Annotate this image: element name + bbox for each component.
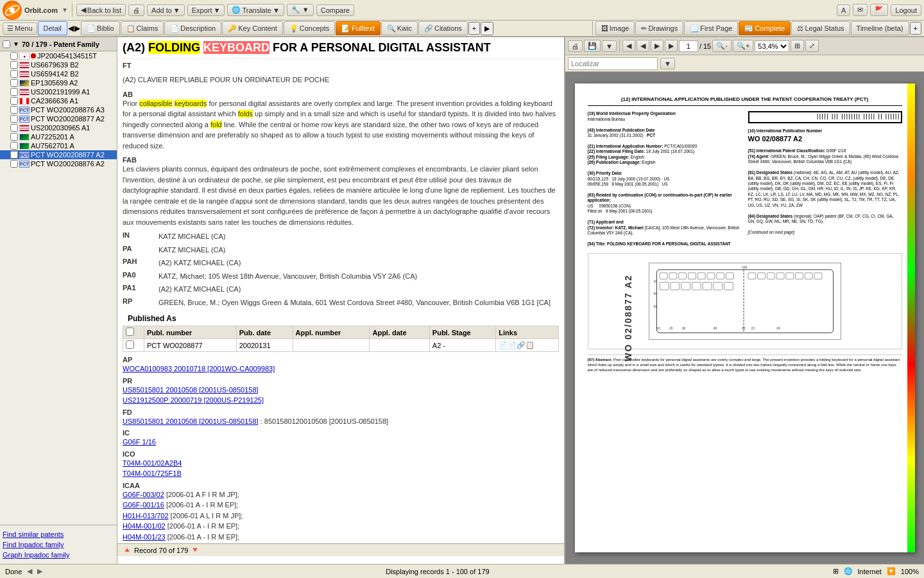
row-checkbox[interactable] xyxy=(126,340,134,349)
menu-button[interactable]: ☰ Menu xyxy=(3,22,37,35)
pdf-viewer[interactable]: WO 02/08877 A2 (12) INTERNATIONAL APPLIC… xyxy=(565,72,924,564)
add-to-button[interactable]: Add to ▼ xyxy=(147,4,185,16)
flag-pct3: PCT xyxy=(19,152,30,159)
zoom-select[interactable]: 53,4% 75% 100% xyxy=(755,40,789,52)
svg-text:10: 10 xyxy=(653,280,657,283)
status-dot xyxy=(31,53,36,58)
fit-button[interactable]: ⊞ xyxy=(791,40,804,52)
fulltext-tab[interactable]: 📝 Fulltext xyxy=(336,21,380,35)
translate-button[interactable]: 🌐 Translate ▼ xyxy=(227,4,284,16)
page-input[interactable] xyxy=(679,40,698,52)
tree-item-text: US6594142 B2 xyxy=(31,70,79,78)
svg-rect-6 xyxy=(669,273,677,279)
export-button[interactable]: Export ▼ xyxy=(187,4,225,16)
claims-tab[interactable]: 📋 Claims xyxy=(121,21,164,35)
user-button[interactable]: A xyxy=(837,4,850,16)
row-links[interactable]: 📄📄🔗📋 xyxy=(496,339,559,352)
left-links: Find similar patents Find Inpadoc family… xyxy=(0,525,117,564)
brand-dropdown[interactable]: ▼ xyxy=(62,6,68,13)
logout-button[interactable]: Logout xyxy=(891,4,921,16)
find-similar-link[interactable]: Find similar patents xyxy=(3,530,114,538)
table-select-all[interactable] xyxy=(126,328,134,336)
right-more-button[interactable]: + xyxy=(910,22,921,35)
localize-button[interactable]: ▼ xyxy=(660,58,675,69)
pub-date: 20020131 xyxy=(236,339,293,352)
zoom-out-button[interactable]: 🔍- xyxy=(712,40,732,52)
tree-item-text: JP200454134515T xyxy=(37,52,97,60)
email-button[interactable]: ✉ xyxy=(853,4,868,16)
scroll-tabs-button[interactable]: ▶ xyxy=(481,22,493,35)
complete-tab[interactable]: 📰 Complete xyxy=(739,21,791,35)
tree-item-ca[interactable]: CA2366636 A1 xyxy=(0,96,117,105)
tree-item-us2[interactable]: US6594142 B2 xyxy=(0,69,117,78)
concepts-tab[interactable]: 💡 Concepts xyxy=(284,21,335,35)
pdf-options-button[interactable]: ▼ xyxy=(602,40,617,52)
svg-text:92: 92 xyxy=(653,305,657,308)
nav-prev-button[interactable]: ◀ xyxy=(622,40,635,52)
print-pdf-button[interactable]: 🖨 xyxy=(568,40,583,52)
col-stage: Publ. Stage xyxy=(429,326,495,339)
tree-item-pct4[interactable]: PCT PCT WO200208876 A2 xyxy=(0,159,117,168)
fab-content: Les claviers pliants connus, équipant de… xyxy=(123,165,556,226)
tree-item-ep[interactable]: EP EP1305699 A2 xyxy=(0,78,117,87)
svg-rect-15 xyxy=(681,283,690,290)
detail-tab[interactable]: Detail xyxy=(38,21,67,35)
tree-item-us1[interactable]: US6679639 B2 xyxy=(0,60,117,69)
graph-inpadoc-link[interactable]: Graph Inpadoc family xyxy=(3,551,114,559)
tree-item-au2[interactable]: AU7562701 A xyxy=(0,141,117,150)
localize-input[interactable] xyxy=(568,57,658,70)
svg-text:24: 24 xyxy=(776,328,780,331)
citations-tab[interactable]: 🔗 Citations xyxy=(418,21,468,35)
localize-bar: ▼ xyxy=(565,55,924,72)
nav-back-button[interactable]: ◀ xyxy=(637,40,649,52)
fd-section: FD US85015801 20010508 [2001US-0850158] … xyxy=(117,407,564,428)
tree-item-pct3[interactable]: PCT PCT WO200208877 A2 xyxy=(0,150,117,159)
status-left: Done ◀ ▶ xyxy=(5,567,42,575)
tree-item-us4[interactable]: US2002030965 A1 xyxy=(0,123,117,132)
flag-button[interactable]: 🚩 xyxy=(870,4,888,16)
zoom-in-button[interactable]: 🔍+ xyxy=(733,40,753,52)
ap-value[interactable]: WOCA0100983 20010718 [2001WO-CA009983] xyxy=(123,365,275,372)
save-pdf-button[interactable]: 💾 xyxy=(584,40,601,52)
nav-right-icon[interactable]: ▶ xyxy=(74,24,80,33)
tools-button[interactable]: 🔧 ▼ xyxy=(287,4,314,16)
timeline-tab[interactable]: Timeline (beta) xyxy=(851,21,909,35)
svg-rect-20 xyxy=(748,273,755,279)
tree-item-text: PCT WO200208876 A3 xyxy=(31,106,105,114)
tree-item-pct2[interactable]: PCT PCT WO200208877 A2 xyxy=(0,114,117,123)
legal-status-tab[interactable]: ⚖ Legal Status xyxy=(791,21,850,35)
description-tab[interactable]: 📄 Description xyxy=(164,21,221,35)
network-icon: 🌐 xyxy=(844,567,853,575)
tree-item-jp[interactable]: JP200454134515T xyxy=(0,51,117,60)
more-tabs-button[interactable]: + xyxy=(468,22,480,35)
select-all-checkbox[interactable] xyxy=(3,40,10,48)
pdf-header: (12) INTERNATIONAL APPLICATION PUBLISHED… xyxy=(588,96,902,106)
find-inpadoc-link[interactable]: Find Inpadoc family xyxy=(3,541,114,548)
svg-rect-27 xyxy=(814,273,822,279)
drawings-tab[interactable]: ✏ Drawings xyxy=(635,21,683,35)
nav-next-button[interactable]: ▶ xyxy=(665,40,678,52)
ic-value[interactable]: G06F 1/16 xyxy=(123,438,156,446)
compare-button[interactable]: Compare xyxy=(316,4,354,16)
tree-item-au1[interactable]: AU7225201 A xyxy=(0,132,117,141)
tree-item-pct1[interactable]: PCT PCT WO200208876 A3 xyxy=(0,105,117,114)
kwic-tab[interactable]: 🔍 Kwic xyxy=(381,21,418,35)
biblio-tab[interactable]: 📄 Biblio xyxy=(81,21,120,35)
print-button[interactable]: 🖨 xyxy=(128,4,144,16)
nav-left-icon[interactable]: ◀ xyxy=(68,24,74,33)
nav-up-icon[interactable]: 🔺 xyxy=(123,546,132,554)
svg-rect-23 xyxy=(776,273,784,279)
nav-down-icon[interactable]: 🔻 xyxy=(191,546,200,554)
publ-number: PCT WO0208877 xyxy=(144,339,237,352)
first-page-tab[interactable]: 📃 First Page xyxy=(684,21,738,35)
collapse-icon[interactable]: ▼ xyxy=(13,40,19,48)
back-to-list-button[interactable]: ◀ Back to list xyxy=(76,4,126,16)
tree-item-us3[interactable]: US2002191999 A1 xyxy=(0,87,117,96)
nav-fwd-button[interactable]: ▶ xyxy=(651,40,663,52)
image-tab[interactable]: 🖼 Image xyxy=(595,21,635,35)
key-content-tab[interactable]: 🔑 Key Content xyxy=(222,21,283,35)
svg-rect-8 xyxy=(688,273,696,279)
fullscreen-button[interactable]: ⤢ xyxy=(805,40,819,52)
fab-section: FAB Les claviers pliants connus, équipan… xyxy=(117,153,564,230)
pa1-label: PA1 xyxy=(123,284,148,295)
